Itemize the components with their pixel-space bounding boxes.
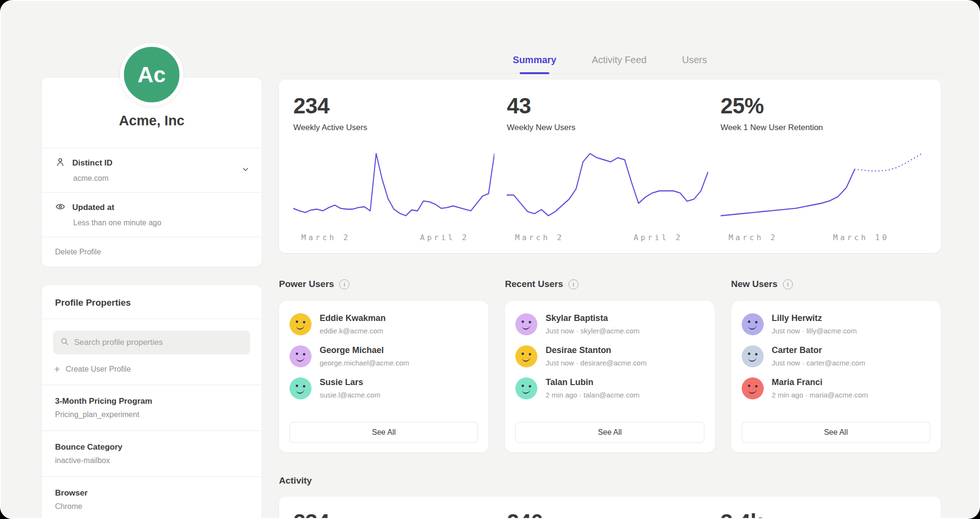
stat-weekly-new-users: 43 Weekly New Users March 2 April 2	[507, 93, 720, 243]
property-row[interactable]: 3-Month Pricing Program Pricing_plan_exp…	[42, 385, 262, 431]
user-meta: Just now · carter@acme.com	[772, 359, 865, 367]
info-icon[interactable]: i	[568, 279, 579, 289]
user-list-item[interactable]: Lilly Herwitz Just now · lilly@acme.com	[742, 313, 930, 335]
avatar-wrap: Ac	[42, 43, 262, 106]
user-avatar	[515, 345, 537, 367]
profile-sidebar: Ac Acme, Inc Distinct ID acme.com	[42, 1, 262, 518]
info-icon[interactable]: i	[339, 279, 349, 289]
group-title-text: New Users	[731, 279, 778, 289]
create-user-profile-label: Create User Profile	[66, 365, 131, 374]
user-avatar	[290, 313, 312, 335]
user-list-item[interactable]: Skylar Baptista Just now · skyler@acme.c…	[515, 313, 704, 335]
user-meta: Just now · lilly@acme.com	[772, 327, 857, 335]
recent-users-card: Skylar Baptista Just now · skyler@acme.c…	[505, 301, 714, 453]
create-user-profile-button[interactable]: + Create User Profile	[42, 354, 262, 385]
power-users-group: Power Users i Eddie Kwakman eddie.k@acme…	[279, 279, 489, 453]
search-input[interactable]	[74, 338, 244, 347]
stat-value: 43	[507, 93, 708, 119]
user-list-item[interactable]: George Michael george.michael@acme.com	[290, 345, 478, 367]
person-icon	[55, 157, 66, 169]
chart-x-axis: March 2 March 10	[721, 233, 922, 243]
property-row[interactable]: Browser Chrome	[42, 477, 262, 519]
tab-summary[interactable]: Summary	[513, 55, 557, 73]
user-name: Carter Bator	[772, 345, 865, 355]
user-avatar	[742, 377, 764, 399]
tab-bar: Summary Activity Feed Users	[279, 55, 941, 74]
user-name: Susie Lars	[320, 377, 380, 387]
activity-stat: 3.4k	[721, 509, 934, 519]
property-value: inactive-mailbox	[55, 456, 248, 465]
chart-x-axis: March 2 April 2	[293, 233, 494, 243]
property-name: Browser	[55, 488, 248, 498]
distinct-id-row[interactable]: Distinct ID acme.com	[42, 148, 262, 192]
see-all-button[interactable]: See All	[290, 422, 478, 443]
search-icon	[60, 337, 69, 348]
x-axis-end-label: April 2	[634, 233, 682, 242]
user-meta: eddie.k@acme.com	[320, 327, 386, 335]
week1-retention-chart	[721, 149, 922, 221]
user-list-item[interactable]: Susie Lars susie.l@acme.com	[290, 377, 478, 399]
recent-users-group: Recent Users i Skylar Baptista Just now …	[505, 279, 714, 453]
user-meta: susie.l@acme.com	[320, 391, 380, 399]
user-list-item[interactable]: Eddie Kwakman eddie.k@acme.com	[290, 313, 478, 335]
stat-label: Weekly New Users	[507, 123, 708, 133]
user-meta: Just now · skyler@acme.com	[546, 327, 639, 335]
user-name: George Michael	[320, 345, 409, 355]
user-meta: 2 min ago · talan@acme.com	[546, 391, 639, 399]
chart-x-axis: March 2 April 2	[507, 233, 708, 243]
info-icon[interactable]: i	[783, 279, 793, 289]
stat-week1-retention: 25% Week 1 New User Retention March 2 Ma…	[721, 93, 934, 243]
new-users-title: New Users i	[731, 279, 941, 289]
tab-activity-feed[interactable]: Activity Feed	[592, 55, 646, 73]
stat-value: 234	[293, 93, 494, 119]
user-avatar	[742, 345, 764, 367]
user-name: Lilly Herwitz	[772, 313, 857, 323]
avatar: Ac	[120, 43, 183, 106]
user-name: Desirae Stanton	[546, 345, 646, 355]
see-all-button[interactable]: See All	[742, 422, 930, 443]
x-axis-end-label: March 10	[833, 233, 889, 242]
stat-label: Week 1 New User Retention	[721, 123, 922, 133]
plus-icon: +	[54, 364, 60, 374]
profile-properties-search[interactable]	[53, 331, 250, 354]
activity-stat: 240	[507, 509, 720, 519]
updated-at-value: Less than one minute ago	[73, 219, 248, 227]
user-lists-row: Power Users i Eddie Kwakman eddie.k@acme…	[279, 279, 941, 453]
property-value: Chrome	[55, 502, 248, 511]
chevron-down-icon[interactable]	[241, 165, 250, 176]
user-list-item[interactable]: Carter Bator Just now · carter@acme.com	[742, 345, 930, 367]
activity-card: 234 240 3.4k	[279, 497, 941, 519]
see-all-button[interactable]: See All	[515, 422, 704, 443]
eye-icon	[55, 201, 66, 214]
delete-profile-button[interactable]: Delete Profile	[42, 237, 262, 267]
power-users-card: Eddie Kwakman eddie.k@acme.com George Mi…	[279, 301, 489, 453]
tab-users[interactable]: Users	[682, 55, 707, 73]
updated-at-label: Updated at	[72, 203, 114, 212]
activity-stat: 234	[293, 509, 507, 519]
user-avatar	[515, 377, 537, 399]
property-name: 3-Month Pricing Program	[55, 397, 248, 406]
user-list-item[interactable]: Talan Lubin 2 min ago · talan@acme.com	[515, 377, 704, 399]
user-name: Skylar Baptista	[546, 313, 639, 323]
user-list-item[interactable]: Maria Franci 2 min ago · maria@acme.com	[742, 377, 930, 399]
user-avatar	[742, 313, 764, 335]
app-window: Ac Acme, Inc Distinct ID acme.com	[0, 0, 980, 519]
property-row[interactable]: Bounce Category inactive-mailbox	[42, 431, 262, 477]
x-axis-start-label: March 2	[301, 233, 350, 242]
main-content: Summary Activity Feed Users 234 Weekly A…	[279, 1, 941, 518]
user-meta: 2 min ago · maria@acme.com	[772, 391, 868, 399]
user-name: Talan Lubin	[546, 377, 639, 387]
user-name: Eddie Kwakman	[320, 313, 386, 323]
stat-value: 25%	[721, 93, 922, 119]
updated-at-row: Updated at Less than one minute ago	[42, 192, 262, 237]
distinct-id-value: acme.com	[73, 174, 248, 183]
layout: Ac Acme, Inc Distinct ID acme.com	[1, 1, 979, 518]
profile-properties-title: Profile Properties	[42, 285, 262, 319]
property-value: Pricing_plan_experiment	[55, 410, 248, 419]
activity-section: Activity 234 240 3.4k	[279, 475, 941, 519]
group-title-text: Power Users	[279, 279, 334, 289]
user-list-item[interactable]: Desirae Stanton Just now · desirare@acme…	[515, 345, 704, 367]
x-axis-start-label: March 2	[728, 233, 777, 242]
user-avatar	[290, 345, 312, 367]
user-name: Maria Franci	[772, 377, 868, 387]
